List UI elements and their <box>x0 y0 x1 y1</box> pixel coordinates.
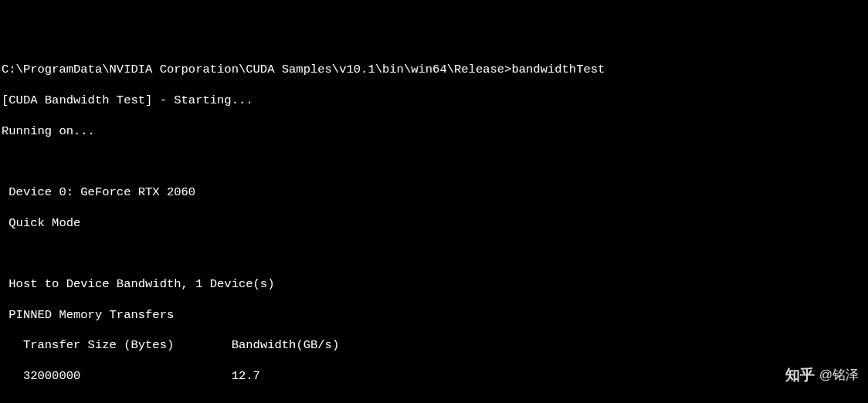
banner-title: [CUDA Bandwidth Test] - Starting... <box>2 93 868 109</box>
prompt-line: C:\ProgramData\NVIDIA Corporation\CUDA S… <box>2 63 868 78</box>
val-bandwidth: 12.7 <box>232 369 260 383</box>
prompt-path: C:\ProgramData\NVIDIA Corporation\CUDA S… <box>2 63 511 76</box>
running-on: Running on... <box>2 124 868 140</box>
val-transfer-size: 32000000 <box>2 369 80 383</box>
section-title: Host to Device Bandwidth, 1 Device(s) <box>2 277 868 293</box>
device-info: Device 0: GeForce RTX 2060 <box>2 185 868 201</box>
watermark-user: @铭泽 <box>819 367 859 384</box>
blank-line <box>2 246 868 262</box>
blank-line <box>2 400 868 403</box>
table-header: Transfer Size (Bytes) Bandwidth(GB/s) <box>2 338 868 354</box>
blank-line <box>2 154 868 170</box>
table-row: 32000000 12.7 <box>2 369 868 384</box>
quick-mode: Quick Mode <box>2 216 868 232</box>
zhihu-icon: 知乎 <box>785 366 815 384</box>
pinned-mem: PINNED Memory Transfers <box>2 308 868 323</box>
watermark: 知乎 @铭泽 <box>785 366 859 384</box>
col-bandwidth: Bandwidth(GB/s) <box>232 338 340 352</box>
command-text[interactable]: bandwidthTest <box>511 63 605 76</box>
col-transfer-size: Transfer Size (Bytes) <box>2 338 174 352</box>
